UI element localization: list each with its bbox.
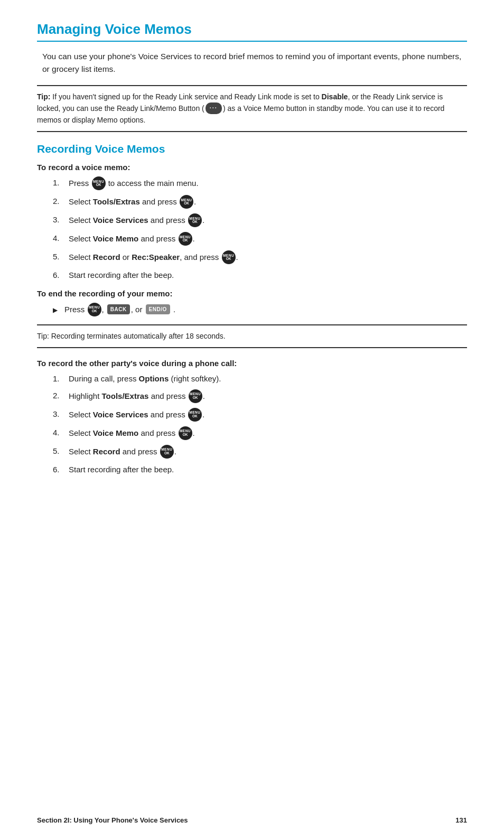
step-2-3-text: Select Voice Services and press MENUOK. (69, 408, 204, 422)
step-1-4: Select Voice Memo and press MENUOK. (53, 232, 467, 246)
tip1-text: If you haven't signed up for the Ready L… (50, 92, 321, 101)
steps-list-1: Press MENUOK to access the main menu. Se… (37, 177, 467, 282)
tip-box-1: Tip: If you haven't signed up for the Re… (37, 85, 467, 132)
step-2-3: Select Voice Services and press MENUOK. (53, 408, 467, 422)
section2: To record the other party's voice during… (37, 359, 467, 475)
intro-text: You can use your phone's Voice Services … (37, 50, 467, 76)
bullet-text-1: Press MENUOK, BACK, or END/O . (64, 303, 175, 317)
step-2-6: Start recording after the beep. (53, 464, 467, 476)
step-2-4: Select Voice Memo and press MENUOK. (53, 427, 467, 441)
step-1-6-text: Start recording after the beep. (69, 269, 174, 282)
footer-left: Section 2I: Using Your Phone's Voice Ser… (37, 816, 188, 824)
step-1-3: Select Voice Services and press MENUOK. (53, 214, 467, 228)
sub-heading-2: To end the recording of your memo: (37, 289, 467, 298)
step-2-1-text: During a call, press Options (right soft… (69, 373, 221, 385)
menu-btn-4: MENUOK (179, 232, 192, 246)
bullet-list-1: Press MENUOK, BACK, or END/O . (37, 303, 467, 317)
rl-button-icon: ··· (206, 102, 222, 114)
step-2-4-text: Select Voice Memo and press MENUOK. (69, 427, 195, 441)
menu-btn-2: MENUOK (180, 195, 193, 209)
step-1-1: Press MENUOK to access the main menu. (53, 177, 467, 191)
sub-heading-1: To record a voice memo: (37, 163, 467, 172)
end-btn: END/O (146, 304, 170, 314)
step-2-6-text: Start recording after the beep. (69, 464, 174, 476)
step-2-5-text: Select Record and press MENUOK. (69, 445, 176, 459)
step-1-2-text: Select Tools/Extras and press MENUOK. (69, 195, 196, 209)
steps-list-2: During a call, press Options (right soft… (37, 373, 467, 475)
tip1-label: Tip: (37, 92, 50, 101)
step-1-3-text: Select Voice Services and press MENUOK. (69, 214, 204, 228)
step-1-5-text: Select Record or Rec:Speaker, and press … (69, 251, 238, 265)
menu-btn-end1: MENUOK (88, 303, 101, 316)
step-1-5: Select Record or Rec:Speaker, and press … (53, 251, 467, 265)
section1-title: Recording Voice Memos (37, 143, 467, 155)
step-2-2-text: Highlight Tools/Extras and press MENUOK. (69, 390, 205, 404)
menu-btn-5: MENUOK (222, 250, 236, 264)
menu-btn-s2-5: MENUOK (160, 445, 174, 459)
step-2-1: During a call, press Options (right soft… (53, 373, 467, 385)
back-btn: BACK (107, 304, 130, 314)
menu-btn-3: MENUOK (188, 213, 202, 227)
step-1-2: Select Tools/Extras and press MENUOK. (53, 195, 467, 209)
tip-box-2: Tip: Recording terminates automatically … (37, 324, 467, 349)
menu-btn-1: MENUOK (92, 176, 106, 190)
tip1-bold1: Disable (322, 92, 348, 101)
bullet-item-1: Press MENUOK, BACK, or END/O . (53, 303, 467, 317)
page-title: Managing Voice Memos (37, 21, 467, 42)
step-2-2: Highlight Tools/Extras and press MENUOK. (53, 390, 467, 404)
step-1-4-text: Select Voice Memo and press MENUOK. (69, 232, 195, 246)
page-footer: Section 2I: Using Your Phone's Voice Ser… (37, 816, 467, 824)
menu-btn-s2-4: MENUOK (179, 426, 192, 440)
tip2-label: Tip: (37, 332, 49, 340)
step-1-1-text: Press MENUOK to access the main menu. (69, 177, 199, 191)
menu-btn-s2-3: MENUOK (188, 408, 202, 422)
step-2-5: Select Record and press MENUOK. (53, 445, 467, 459)
step-1-6: Start recording after the beep. (53, 269, 467, 282)
footer-right: 131 (455, 816, 467, 824)
sub-heading-3: To record the other party's voice during… (37, 359, 467, 368)
tip2-text: Recording terminates automatically after… (49, 332, 226, 340)
menu-btn-s2-2: MENUOK (189, 389, 202, 403)
